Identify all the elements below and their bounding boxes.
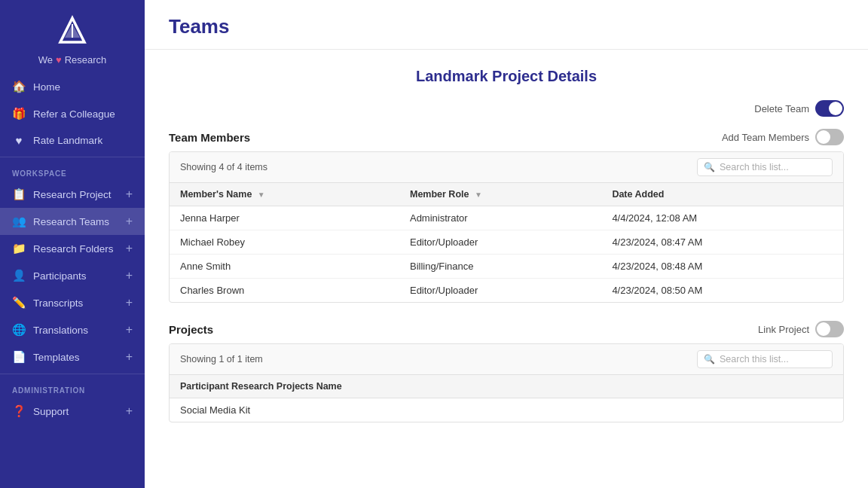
members-table-container: Showing 4 of 4 items 🔍 Search this list.… <box>169 151 844 303</box>
sidebar-item-research-folders[interactable]: 📁 Research Folders + <box>0 235 145 262</box>
support-icon: ❓ <box>12 404 26 418</box>
page-header: Teams <box>145 0 868 50</box>
sidebar-item-label: Research Teams <box>33 216 109 227</box>
col-member-name[interactable]: Member's Name ▼ <box>170 183 399 206</box>
page-body: Landmark Project Details Delete Team Tea… <box>145 50 868 488</box>
delete-team-toggle[interactable] <box>815 100 844 117</box>
projects-table: Participant Research Projects Name Socia… <box>170 375 843 422</box>
research-folders-add-button[interactable]: + <box>126 242 133 255</box>
sidebar-item-rate[interactable]: ♥ Rate Landmark <box>0 127 145 154</box>
team-members-label: Team Members <box>169 131 250 144</box>
logo-tagline: We ♥ Research <box>38 54 107 66</box>
member-role-cell: Editor/Uploader <box>399 230 601 255</box>
member-date-cell: 4/23/2024, 08:47 AM <box>601 230 843 255</box>
projects-label: Projects <box>169 323 213 336</box>
delete-team-label: Delete Team <box>754 103 809 114</box>
table-row[interactable]: Michael Robey Editor/Uploader 4/23/2024,… <box>170 230 843 255</box>
col-date-added[interactable]: Date Added <box>601 183 843 206</box>
projects-search-placeholder: Search this list... <box>720 354 789 364</box>
projects-table-head: Participant Research Projects Name <box>170 375 843 398</box>
project-heading: Landmark Project Details <box>169 68 844 85</box>
transcripts-add-button[interactable]: + <box>126 296 133 310</box>
sidebar-item-label: Home <box>33 81 60 93</box>
link-project-row: Link Project <box>758 321 844 337</box>
table-row[interactable]: Anne Smith Billing/Finance 4/23/2024, 08… <box>170 255 843 279</box>
search-icon-projects: 🔍 <box>704 354 715 364</box>
projects-table-toolbar: Showing 1 of 1 item 🔍 Search this list..… <box>170 344 843 375</box>
sidebar-item-templates[interactable]: 📄 Templates + <box>0 343 145 371</box>
sidebar: We ♥ Research 🏠 Home 🎁 Refer a Colleague… <box>0 0 145 488</box>
research-project-icon: 📋 <box>12 188 26 201</box>
research-teams-add-button[interactable]: + <box>126 215 133 228</box>
table-row[interactable]: Social Media Kit <box>170 398 843 422</box>
search-icon: 🔍 <box>704 162 715 172</box>
member-date-cell: 4/4/2024, 12:08 AM <box>601 206 843 230</box>
member-name-cell: Charles Brown <box>170 279 399 303</box>
sidebar-item-research-teams[interactable]: 👥 Research Teams + <box>0 208 145 235</box>
members-table-body: Jenna Harper Administrator 4/4/2024, 12:… <box>170 206 843 303</box>
translations-add-button[interactable]: + <box>126 323 133 337</box>
research-folders-icon: 📁 <box>12 242 26 255</box>
members-table: Member's Name ▼ Member Role ▼ Date Added <box>170 183 843 302</box>
home-icon: 🏠 <box>12 80 26 93</box>
member-date-cell: 4/23/2024, 08:48 AM <box>601 255 843 279</box>
link-project-label: Link Project <box>758 324 809 335</box>
member-name-cell: Michael Robey <box>170 230 399 255</box>
link-project-toggle[interactable] <box>815 321 844 337</box>
member-name-cell: Jenna Harper <box>170 206 399 230</box>
sidebar-item-support[interactable]: ❓ Support + <box>0 398 145 425</box>
sort-arrow-name: ▼ <box>258 191 265 199</box>
project-name-cell: Social Media Kit <box>170 398 843 422</box>
table-row[interactable]: Charles Brown Editor/Uploader 4/23/2024,… <box>170 279 843 303</box>
member-role-cell: Billing/Finance <box>399 255 601 279</box>
sidebar-item-transcripts[interactable]: ✏️ Transcripts + <box>0 289 145 316</box>
sidebar-item-label: Participants <box>33 270 87 282</box>
projects-search-box[interactable]: 🔍 Search this list... <box>697 350 833 368</box>
heart-icon: ♥ <box>12 134 26 147</box>
members-table-head: Member's Name ▼ Member Role ▼ Date Added <box>170 183 843 206</box>
sidebar-divider-workspace <box>0 157 145 157</box>
sidebar-item-research-project[interactable]: 📋 Research Project + <box>0 181 145 208</box>
sidebar-item-label: Transcripts <box>33 297 83 309</box>
add-team-members-toggle[interactable] <box>815 129 844 145</box>
page-title: Teams <box>169 15 844 38</box>
admin-section-label: ADMINISTRATION <box>0 377 145 398</box>
translations-icon: 🌐 <box>12 323 26 337</box>
col-member-role[interactable]: Member Role ▼ <box>399 183 601 206</box>
sidebar-item-translations[interactable]: 🌐 Translations + <box>0 316 145 343</box>
tagline-heart: ♥ <box>56 54 62 66</box>
sidebar-item-label: Templates <box>33 352 80 363</box>
research-project-add-button[interactable]: + <box>126 188 133 201</box>
col-project-name: Participant Research Projects Name <box>170 375 843 398</box>
team-members-row: Team Members Add Team Members <box>169 129 844 145</box>
tagline-research: Research <box>65 54 107 66</box>
templates-icon: 📄 <box>12 350 26 364</box>
delete-team-row: Delete Team <box>169 100 844 117</box>
sidebar-item-refer[interactable]: 🎁 Refer a Colleague <box>0 100 145 127</box>
sidebar-item-label: Rate Landmark <box>33 135 102 146</box>
member-role-cell: Editor/Uploader <box>399 279 601 303</box>
participants-icon: 👤 <box>12 269 26 282</box>
members-search-box[interactable]: 🔍 Search this list... <box>697 158 833 176</box>
sidebar-divider-admin <box>0 374 145 374</box>
support-add-button[interactable]: + <box>126 404 133 418</box>
sidebar-item-participants[interactable]: 👤 Participants + <box>0 262 145 289</box>
projects-table-container: Showing 1 of 1 item 🔍 Search this list..… <box>169 343 844 422</box>
app-logo-icon <box>54 14 90 50</box>
participants-add-button[interactable]: + <box>126 269 133 282</box>
refer-icon: 🎁 <box>12 107 26 120</box>
transcripts-icon: ✏️ <box>12 296 26 310</box>
research-teams-icon: 👥 <box>12 215 26 228</box>
projects-count: Showing 1 of 1 item <box>180 354 263 364</box>
templates-add-button[interactable]: + <box>126 350 133 364</box>
members-table-toolbar: Showing 4 of 4 items 🔍 Search this list.… <box>170 152 843 183</box>
table-row[interactable]: Jenna Harper Administrator 4/4/2024, 12:… <box>170 206 843 230</box>
sidebar-item-home[interactable]: 🏠 Home <box>0 73 145 100</box>
add-team-members-label: Add Team Members <box>722 132 809 143</box>
projects-row: Projects Link Project <box>169 321 844 337</box>
members-search-placeholder: Search this list... <box>720 162 789 172</box>
sidebar-item-label: Translations <box>33 325 88 336</box>
sort-arrow-role: ▼ <box>475 191 482 199</box>
tagline-we: We <box>38 54 53 66</box>
sidebar-logo: We ♥ Research <box>0 0 145 73</box>
